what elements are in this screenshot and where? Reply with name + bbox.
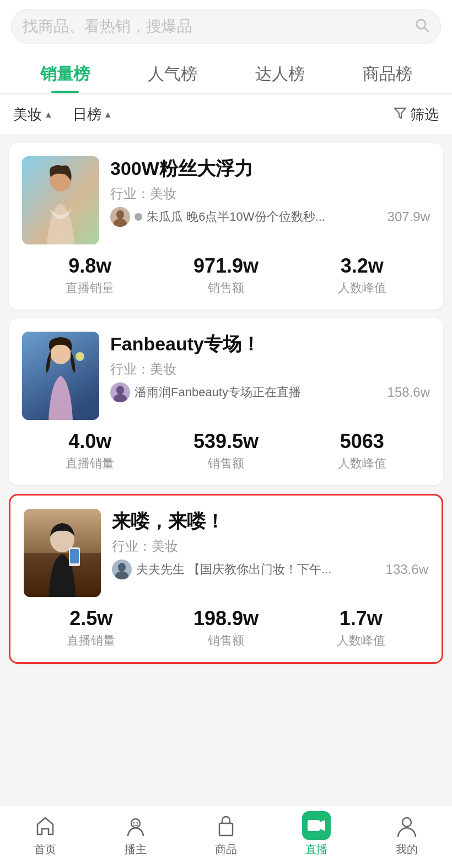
tab-product[interactable]: 商品榜 [333, 53, 441, 93]
svg-marker-28 [320, 820, 325, 831]
svg-marker-2 [395, 108, 406, 118]
search-placeholder-text: 找商品、看热销，搜爆品 [23, 16, 414, 37]
card-3-stats: 2.5w 直播销量 198.9w 销售额 1.7w 人数峰值 [24, 607, 428, 649]
card-3-industry: 行业：美妆 [112, 537, 428, 555]
card-3-header: 来喽，来喽！ 行业：美妆 夫夫先生 【国庆教你出门妆！下午... 133.6w [24, 509, 428, 597]
svg-rect-26 [219, 823, 233, 835]
card-list: 300W粉丝大浮力 行业：美妆 朱瓜瓜 晚6点半10W份个位数秒... 307.… [0, 134, 452, 673]
svg-point-24 [133, 822, 135, 824]
card-3-title: 来喽，来喽！ [112, 509, 428, 533]
nav-product-label: 商品 [215, 842, 237, 857]
svg-point-21 [118, 563, 126, 572]
card-3-stat-peak: 1.7w 人数峰值 [293, 607, 428, 649]
svg-point-23 [131, 819, 140, 828]
card-2-streamer: 潘雨润Fanbeauty专场正在直播 158.6w [110, 382, 430, 402]
card-1-stats: 9.8w 直播销量 971.9w 销售额 3.2w 人数峰值 [22, 254, 430, 296]
nav-live-label: 直播 [305, 842, 327, 857]
card-item-2[interactable]: Fanbeauty专场！ 行业：美妆 潘雨润Fanbeauty专场正在直播 15… [9, 318, 443, 485]
filter-funnel-icon [394, 106, 407, 123]
svg-point-6 [116, 210, 124, 219]
product-icon [213, 812, 239, 839]
svg-rect-27 [308, 820, 320, 831]
filter-button[interactable]: 筛选 [394, 105, 439, 124]
card-2-viewer-count: 158.6w [388, 385, 430, 400]
search-icon[interactable] [414, 17, 429, 36]
card-1-live-dot [134, 213, 142, 221]
tab-sales[interactable]: 销量榜 [11, 53, 119, 93]
search-section: 找商品、看热销，搜爆品 [0, 0, 452, 53]
svg-point-29 [402, 818, 411, 827]
card-1-header: 300W粉丝大浮力 行业：美妆 朱瓜瓜 晚6点半10W份个位数秒... 307.… [22, 156, 430, 244]
card-1-stat-peak: 3.2w 人数峰值 [294, 254, 430, 296]
card-2-stats: 4.0w 直播销量 539.5w 销售额 5063 人数峰值 [22, 430, 430, 472]
card-3-stat-revenue: 198.9w 销售额 [159, 607, 294, 649]
nav-mine-label: 我的 [396, 842, 418, 857]
card-3-info: 来喽，来喽！ 行业：美妆 夫夫先生 【国庆教你出门妆！下午... 133.6w [112, 509, 428, 579]
nav-streamer[interactable]: 播主 [90, 812, 181, 857]
svg-point-25 [137, 822, 138, 824]
card-2-header: Fanbeauty专场！ 行业：美妆 潘雨润Fanbeauty专场正在直播 15… [22, 332, 430, 420]
card-1-title: 300W粉丝大浮力 [110, 156, 430, 180]
svg-point-11 [78, 354, 82, 359]
home-icon [32, 812, 58, 839]
nav-live[interactable]: 直播 [271, 812, 362, 857]
category-arrow-icon: ▲ [44, 110, 53, 120]
card-2-info: Fanbeauty专场！ 行业：美妆 潘雨润Fanbeauty专场正在直播 15… [110, 332, 430, 402]
mine-icon [394, 812, 420, 839]
card-2-stat-peak: 5063 人数峰值 [294, 430, 430, 472]
card-1-streamer-name: 朱瓜瓜 晚6点半10W份个位数秒... [147, 209, 383, 225]
card-1-industry: 行业：美妆 [110, 185, 430, 203]
tab-talent[interactable]: 达人榜 [226, 53, 333, 93]
live-icon [303, 812, 330, 839]
card-3-thumbnail [24, 509, 101, 597]
card-1-stat-revenue: 971.9w 销售额 [158, 254, 294, 296]
card-item-1[interactable]: 300W粉丝大浮力 行业：美妆 朱瓜瓜 晚6点半10W份个位数秒... 307.… [9, 143, 443, 310]
card-2-industry: 行业：美妆 [110, 360, 430, 378]
card-2-stat-sales: 4.0w 直播销量 [22, 430, 158, 472]
category-filter[interactable]: 美妆 ▲ [13, 105, 53, 124]
card-2-stat-revenue: 539.5w 销售额 [158, 430, 294, 472]
card-1-thumbnail [22, 156, 99, 244]
tabs-bar: 销量榜 人气榜 达人榜 商品榜 [0, 53, 452, 94]
card-3-streamer: 夫夫先生 【国庆教你出门妆！下午... 133.6w [112, 560, 428, 579]
card-3-avatar [112, 560, 132, 579]
card-2-title: Fanbeauty专场！ [110, 332, 430, 356]
card-2-avatar [110, 382, 130, 402]
card-2-thumbnail [22, 332, 99, 420]
card-2-streamer-name: 潘雨润Fanbeauty专场正在直播 [134, 384, 383, 401]
period-filter[interactable]: 日榜 ▲ [73, 105, 112, 124]
svg-rect-19 [70, 549, 79, 563]
card-item-3[interactable]: 来喽，来喽！ 行业：美妆 夫夫先生 【国庆教你出门妆！下午... 133.6w … [9, 494, 443, 664]
period-arrow-icon: ▲ [104, 110, 112, 120]
filter-bar: 美妆 ▲ 日榜 ▲ 筛选 [0, 95, 452, 134]
search-bar[interactable]: 找商品、看热销，搜爆品 [11, 9, 441, 44]
card-1-viewer-count: 307.9w [388, 209, 430, 225]
card-3-stat-sales: 2.5w 直播销量 [24, 607, 159, 649]
streamer-icon [122, 812, 149, 839]
card-1-info: 300W粉丝大浮力 行业：美妆 朱瓜瓜 晚6点半10W份个位数秒... 307.… [110, 156, 430, 227]
card-1-stat-sales: 9.8w 直播销量 [22, 254, 158, 296]
svg-line-1 [424, 28, 428, 31]
card-3-streamer-name: 夫夫先生 【国庆教你出门妆！下午... [136, 561, 381, 578]
bottom-nav: 首页 播主 商品 [0, 805, 452, 868]
card-3-viewer-count: 133.6w [386, 562, 428, 577]
tab-popularity[interactable]: 人气榜 [119, 53, 226, 93]
nav-home-label: 首页 [34, 842, 56, 857]
nav-mine[interactable]: 我的 [362, 812, 452, 857]
card-1-avatar [110, 207, 130, 227]
card-1-streamer: 朱瓜瓜 晚6点半10W份个位数秒... 307.9w [110, 207, 430, 227]
nav-product[interactable]: 商品 [181, 812, 271, 857]
nav-streamer-label: 播主 [125, 842, 147, 857]
svg-point-13 [116, 386, 124, 395]
nav-home[interactable]: 首页 [0, 812, 90, 857]
